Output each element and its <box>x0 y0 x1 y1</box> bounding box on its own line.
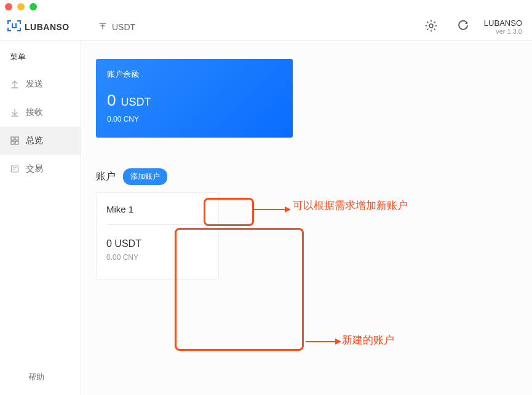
tether-icon <box>98 22 107 32</box>
app-version-label: ver 1.3.0 <box>484 28 522 35</box>
balance-card: 账户余额 0 USDT 0.00 CNY <box>96 59 293 138</box>
balance-amount: 0 USDT <box>107 91 282 110</box>
refresh-button[interactable] <box>457 21 469 33</box>
account-card[interactable]: Mike 1 0 USDT 0.00 CNY <box>96 192 219 280</box>
upload-icon <box>10 79 20 89</box>
balance-value: 0 <box>107 91 116 110</box>
accounts-title: 账户 <box>96 170 116 183</box>
account-subtext: 0.00 CNY <box>106 253 208 262</box>
balance-currency: USDT <box>121 96 151 109</box>
currency-selector[interactable]: USDT <box>81 22 135 32</box>
svg-rect-4 <box>15 141 18 144</box>
settings-button[interactable] <box>425 21 437 33</box>
balance-label: 账户余额 <box>107 69 282 80</box>
logo-icon <box>7 20 21 34</box>
svg-rect-1 <box>11 137 14 140</box>
svg-rect-5 <box>12 166 18 172</box>
currency-label: USDT <box>112 22 135 32</box>
sidebar-item-receive[interactable]: 接收 <box>0 98 81 127</box>
balance-subtext: 0.00 CNY <box>107 115 282 123</box>
minimize-window-button[interactable] <box>17 3 25 10</box>
add-account-button[interactable]: 添加账户 <box>123 168 167 185</box>
close-window-button[interactable] <box>5 3 12 10</box>
overview-icon <box>10 136 20 146</box>
top-bar: LUBANSO USDT LUBANSO ver 1.3.0 <box>0 14 532 41</box>
logo-text: LUBANSO <box>25 22 69 32</box>
main-content: 账户余额 0 USDT 0.00 CNY 账户 添加账户 Mike 1 0 US… <box>81 41 532 395</box>
menu-title: 菜单 <box>0 49 81 70</box>
svg-rect-3 <box>11 141 14 144</box>
svg-point-0 <box>429 24 433 28</box>
download-icon <box>10 108 20 117</box>
maximize-window-button[interactable] <box>30 3 37 10</box>
top-actions <box>425 21 469 33</box>
window-title-bar <box>0 0 532 14</box>
account-balance: 0 USDT <box>106 238 208 249</box>
sidebar-item-label: 交易 <box>26 163 43 174</box>
account-name: Mike 1 <box>106 204 208 225</box>
sidebar-item-overview[interactable]: 总览 <box>0 127 81 155</box>
svg-rect-2 <box>15 137 18 140</box>
transaction-icon <box>10 164 20 174</box>
arrow-icon <box>254 205 291 214</box>
gear-icon <box>425 20 437 34</box>
refresh-icon <box>457 20 469 34</box>
app-name-label: LUBANSO <box>484 18 522 28</box>
sidebar: 菜单 发送 接收 总览 交易 帮助 <box>0 41 81 395</box>
help-link[interactable]: 帮助 <box>0 359 81 395</box>
svg-marker-7 <box>285 206 291 213</box>
annotation-text-add: 可以根据需求增加新账户 <box>293 198 408 213</box>
app-version: LUBANSO ver 1.3.0 <box>484 18 522 35</box>
annotation-text-account: 新建的账户 <box>342 333 394 347</box>
sidebar-item-label: 总览 <box>26 135 43 146</box>
arrow-icon <box>306 337 341 346</box>
accounts-header: 账户 添加账户 <box>96 168 517 185</box>
sidebar-item-transactions[interactable]: 交易 <box>0 155 81 183</box>
sidebar-item-label: 发送 <box>26 79 43 90</box>
sidebar-item-label: 接收 <box>26 107 43 118</box>
logo: LUBANSO <box>7 20 81 34</box>
sidebar-item-send[interactable]: 发送 <box>0 70 81 98</box>
svg-marker-9 <box>335 338 341 345</box>
